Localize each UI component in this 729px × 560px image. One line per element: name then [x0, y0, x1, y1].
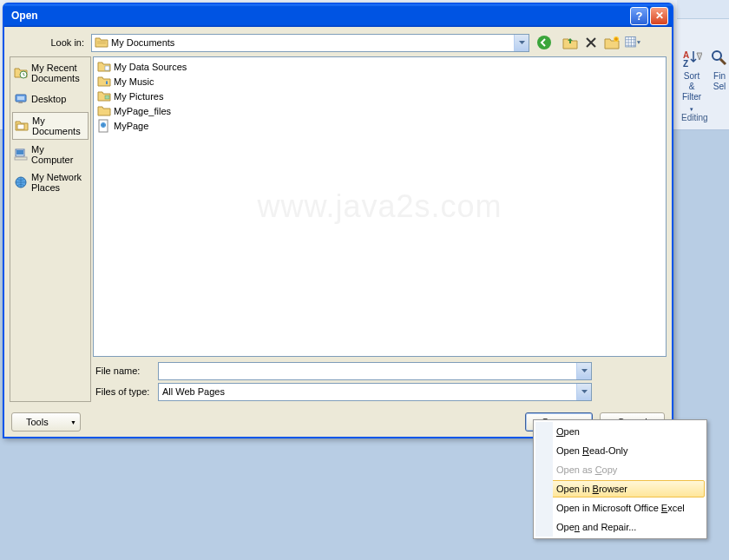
mydocs-icon: [95, 36, 108, 49]
file-name: MyPage_files: [114, 106, 171, 116]
place-label: My Recent Documents: [31, 63, 87, 83]
recent-icon: [14, 66, 28, 80]
find-select-button[interactable]: FinSel: [709, 48, 729, 115]
views-button[interactable]: [625, 35, 640, 50]
close-button[interactable]: ✕: [650, 7, 668, 25]
place-desktop[interactable]: Desktop: [10, 87, 90, 111]
place-network[interactable]: My Network Places: [10, 168, 90, 196]
ribbon-editing-group: AZ Sort &Filter ▾ FinSel: [681, 48, 729, 115]
up-one-level-button[interactable]: [562, 35, 578, 50]
svg-rect-11: [16, 150, 23, 155]
chevron-down-icon[interactable]: [576, 384, 591, 400]
menu-open-in-browser[interactable]: Open in Browser: [535, 480, 705, 497]
new-folder-button[interactable]: [604, 35, 620, 50]
chevron-down-icon: ▼: [70, 419, 76, 425]
filetype-combo[interactable]: All Web Pages: [158, 383, 592, 401]
svg-point-3: [537, 36, 551, 49]
place-recent[interactable]: My Recent Documents: [10, 59, 90, 87]
menu-open[interactable]: Open: [535, 422, 705, 441]
folder-icon: [97, 60, 111, 74]
filename-input[interactable]: [158, 362, 592, 380]
open-dropdown-menu: Open Open Read-Only Open as Copy Open in…: [533, 419, 707, 539]
svg-rect-15: [105, 96, 109, 99]
open-dialog: Open ? ✕ Look in: My Documents: [3, 3, 673, 438]
chevron-down-icon[interactable]: [576, 363, 591, 379]
file-name: My Music: [114, 76, 154, 87]
file-item[interactable]: My Data Sources: [95, 59, 664, 74]
filetype-value: All Web Pages: [162, 386, 576, 397]
titlebar[interactable]: Open ? ✕: [4, 4, 672, 27]
file-item[interactable]: MyPage_files: [95, 103, 664, 118]
mydocs-icon: [15, 119, 29, 133]
place-label: Desktop: [31, 94, 66, 104]
delete-button[interactable]: [583, 35, 599, 50]
svg-rect-9: [17, 124, 24, 129]
places-bar: My Recent Documents Desktop My Documents…: [10, 56, 91, 402]
file-item[interactable]: My Music: [95, 74, 664, 89]
svg-point-2: [713, 51, 721, 60]
svg-rect-14: [105, 66, 109, 70]
file-item[interactable]: My Pictures: [95, 89, 664, 103]
file-name: My Pictures: [114, 91, 163, 102]
menu-open-and-repair[interactable]: Open and Repair...: [535, 517, 705, 537]
menu-open-as-copy: Open as Copy: [535, 460, 705, 479]
filename-label: File name:: [93, 366, 158, 376]
sort-filter-icon: AZ: [681, 48, 702, 69]
chevron-down-icon[interactable]: [514, 35, 529, 51]
mycomputer-icon: [14, 148, 28, 161]
ribbon-group-label: Editing: [681, 113, 708, 122]
filetype-label: Files of type:: [93, 386, 158, 397]
place-label: My Computer: [31, 144, 87, 165]
lookin-combo[interactable]: My Documents: [91, 34, 529, 52]
folder-icon: [97, 89, 111, 103]
lookin-value: My Documents: [111, 37, 514, 48]
help-button[interactable]: ?: [630, 7, 648, 25]
file-name: MyPage: [114, 121, 148, 131]
place-label: My Network Places: [31, 172, 87, 193]
svg-rect-8: [17, 96, 24, 100]
lookin-label: Look in:: [10, 37, 91, 48]
place-my-computer[interactable]: My Computer: [10, 141, 90, 168]
place-label: My Documents: [32, 115, 86, 136]
file-list[interactable]: www.java2s.com My Data Sources My Music …: [93, 56, 667, 357]
file-item[interactable]: MyPage: [95, 118, 664, 133]
tools-button[interactable]: Tools ▼: [11, 412, 81, 432]
svg-rect-12: [15, 157, 27, 160]
file-name: My Data Sources: [114, 62, 187, 72]
ribbon-tabs-strip: [677, 0, 729, 19]
watermark: www.java2s.com: [257, 188, 502, 225]
menu-stripe: [535, 422, 553, 537]
desktop-icon: [14, 92, 28, 106]
network-icon: [14, 175, 28, 189]
svg-text:Z: Z: [683, 59, 688, 69]
folder-icon: [97, 104, 111, 118]
menu-open-in-excel[interactable]: Open in Microsoft Office Excel: [535, 498, 705, 517]
webpage-icon: [97, 119, 111, 133]
menu-open-read-only[interactable]: Open Read-Only: [535, 441, 705, 460]
dialog-title: Open: [11, 10, 628, 22]
back-button[interactable]: [536, 35, 552, 50]
place-my-documents[interactable]: My Documents: [12, 112, 89, 140]
sort-filter-button[interactable]: AZ Sort &Filter ▾: [681, 48, 702, 115]
find-icon: [709, 48, 729, 69]
folder-icon: [97, 75, 111, 89]
